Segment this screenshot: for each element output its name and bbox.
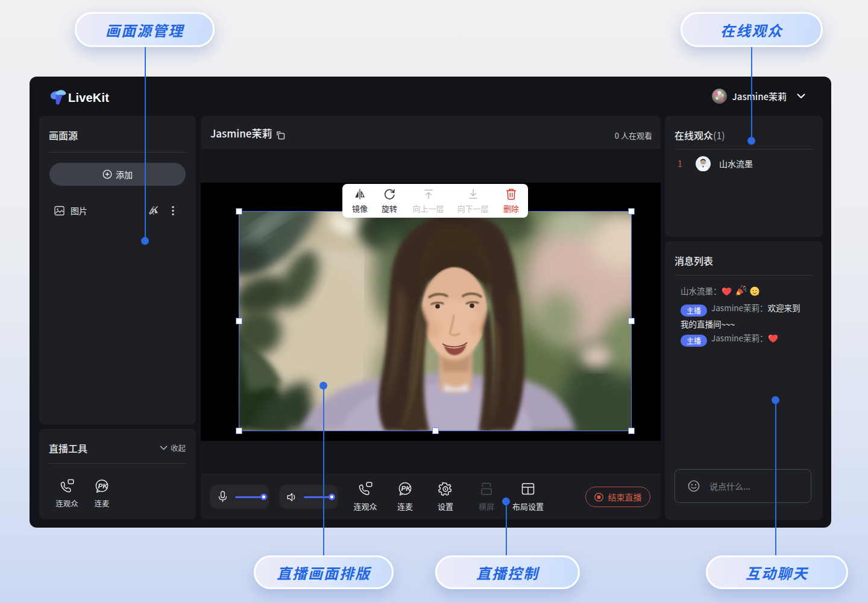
svg-text:PK: PK [98, 482, 108, 490]
svg-text:PK: PK [401, 485, 412, 492]
